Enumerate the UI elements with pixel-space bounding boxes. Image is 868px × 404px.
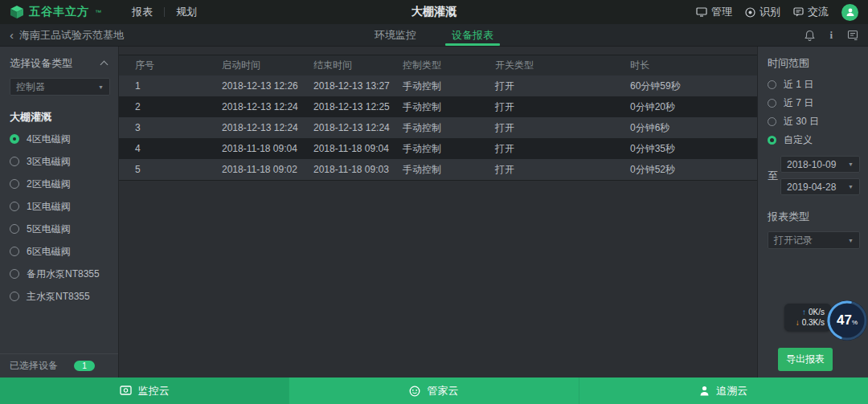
radio-icon[interactable] [10, 269, 19, 279]
upload-arrow-icon: ↑ [802, 308, 806, 316]
device-option-zone2[interactable]: 2区电磁阀 [10, 173, 110, 195]
device-option-zone6[interactable]: 6区电磁阀 [10, 240, 110, 263]
selected-count-badge: 1 [74, 361, 95, 371]
logo[interactable]: 五谷丰立方™ [10, 5, 101, 19]
recognition-button[interactable]: 识别 [745, 5, 780, 19]
cell-control-type: 手动控制 [403, 163, 495, 177]
cell-switch-type: 打开 [495, 100, 630, 114]
top-nav: 报表 规划 [121, 5, 208, 19]
device-label: 备用水泵NT8355 [27, 267, 100, 281]
radio-icon[interactable] [10, 247, 19, 256]
table-row[interactable]: 4 2018-11-18 09:04 2018-11-18 09:04 手动控制… [119, 138, 757, 159]
radio-icon[interactable] [768, 117, 776, 126]
cube-logo-icon [10, 5, 24, 19]
device-type-select[interactable]: 控制器 ▼ [10, 78, 110, 96]
bottom-tab-trace-cloud[interactable]: 追溯云 [579, 377, 868, 404]
radio-icon[interactable] [10, 292, 19, 301]
radio-icon[interactable] [10, 157, 19, 166]
date-to-select[interactable]: 2019-04-28 ▼ [780, 178, 860, 195]
cell-start-time: 2018-12-13 12:24 [222, 122, 313, 133]
page-title: 大棚灌溉 [411, 5, 457, 19]
cell-control-type: 手动控制 [403, 121, 495, 135]
device-label: 3区电磁阀 [27, 155, 71, 169]
communication-button[interactable]: 交流 [793, 5, 829, 19]
gauge-value: 47 [837, 312, 852, 329]
device-option-zone1[interactable]: 1区电磁阀 [10, 195, 110, 218]
manage-label: 管理 [711, 5, 732, 19]
cell-start-time: 2018-11-18 09:02 [222, 164, 313, 175]
logo-trademark: ™ [95, 9, 101, 16]
back-icon[interactable]: ‹ [10, 29, 14, 41]
network-speed-widget: ↑ 0K/s ↓ 0.3K/s [784, 304, 831, 331]
device-label: 主水泵NT8355 [27, 290, 90, 304]
bell-icon[interactable] [805, 30, 815, 41]
cell-start-time: 2018-12-13 12:24 [222, 101, 313, 112]
export-report-button[interactable]: 导出报表 [778, 348, 833, 371]
tab-environment-monitoring[interactable]: 环境监控 [371, 24, 420, 46]
time-option-30days[interactable]: 近 30 日 [768, 112, 860, 131]
trace-cloud-icon [699, 386, 710, 396]
time-option-7days[interactable]: 近 7 日 [768, 94, 860, 112]
radio-checked-icon[interactable] [768, 136, 776, 145]
cell-switch-type: 打开 [495, 80, 630, 93]
device-option-main-pump[interactable]: 主水泵NT8355 [10, 285, 110, 308]
breadcrumb[interactable]: ‹ 海南王品试验示范基地 [10, 28, 124, 43]
table-row[interactable]: 3 2018-12-13 12:24 2018-12-13 12:24 手动控制… [119, 117, 757, 138]
table-row[interactable]: 1 2018-12-13 12:26 2018-12-13 13:27 手动控制… [119, 75, 757, 96]
caret-down-icon: ▼ [848, 161, 854, 167]
device-option-zone4[interactable]: 4区电磁阀 [10, 128, 110, 150]
device-option-zone3[interactable]: 3区电磁阀 [10, 150, 110, 173]
cell-index: 5 [135, 164, 222, 175]
download-arrow-icon: ↓ [796, 318, 800, 327]
caret-down-icon: ▼ [98, 84, 104, 90]
logo-text: 五谷丰立方 [29, 5, 89, 19]
radio-icon[interactable] [10, 224, 19, 234]
bottom-bar: 监控云 管家云 追溯云 [0, 377, 868, 404]
time-option-custom[interactable]: 自定义 [768, 131, 860, 149]
device-option-backup-pump[interactable]: 备用水泵NT8355 [10, 263, 110, 285]
console-icon[interactable] [847, 30, 858, 40]
app-window: 五谷丰立方™ 报表 规划 大棚灌溉 管理 识别 交流 [0, 0, 868, 404]
time-option-1day[interactable]: 近 1 日 [768, 75, 860, 94]
report-type-select[interactable]: 打开记录 ▼ [768, 231, 860, 249]
radio-icon[interactable] [10, 179, 19, 189]
nav-item-reports[interactable]: 报表 [121, 5, 164, 19]
device-type-section[interactable]: 选择设备类型 [10, 56, 110, 71]
manage-button[interactable]: 管理 [696, 5, 732, 19]
col-header-control-type: 控制类型 [403, 59, 495, 72]
cell-switch-type: 打开 [495, 163, 630, 177]
bottom-tab-butler-cloud[interactable]: 管家云 [289, 377, 578, 404]
time-option-label: 近 7 日 [784, 96, 813, 110]
date-from-select[interactable]: 2018-10-09 ▼ [780, 156, 860, 173]
tab-device-report[interactable]: 设备报表 [448, 24, 497, 46]
radio-icon[interactable] [768, 99, 776, 108]
cell-control-type: 手动控制 [403, 100, 495, 114]
user-avatar[interactable] [841, 4, 858, 21]
radio-icon[interactable] [10, 202, 19, 211]
radio-icon[interactable] [768, 80, 776, 89]
bottom-tab-label: 管家云 [427, 384, 458, 398]
table-row[interactable]: 2 2018-12-13 12:24 2018-12-13 12:25 手动控制… [119, 96, 757, 117]
top-bar: 五谷丰立方™ 报表 规划 大棚灌溉 管理 识别 交流 [0, 0, 868, 24]
bottom-tab-label: 追溯云 [716, 384, 747, 398]
device-label: 4区电磁阀 [27, 133, 71, 146]
cell-duration: 0分钟35秒 [630, 142, 757, 156]
col-header-switch-type: 开关类型 [495, 59, 630, 72]
cell-index: 1 [135, 80, 222, 92]
radio-checked-icon[interactable] [10, 134, 19, 144]
sub-header-actions: i [805, 29, 858, 42]
communication-label: 交流 [808, 5, 829, 19]
table-header-row: 序号 启动时间 结束时间 控制类型 开关类型 时长 [119, 55, 757, 75]
table-row[interactable]: 5 2018-11-18 09:02 2018-11-18 09:03 手动控制… [119, 159, 757, 180]
person-icon [845, 7, 855, 17]
cell-end-time: 2018-11-18 09:04 [313, 143, 403, 154]
collapse-icon[interactable] [100, 61, 108, 69]
report-table: 序号 启动时间 结束时间 控制类型 开关类型 时长 1 2018-12-13 1… [119, 55, 757, 181]
bottom-tab-label: 监控云 [138, 384, 170, 398]
cell-end-time: 2018-12-13 12:24 [313, 122, 403, 133]
bottom-tab-monitoring-cloud[interactable]: 监控云 [0, 377, 289, 404]
nav-item-planning[interactable]: 规划 [165, 5, 208, 19]
monitor-icon [696, 7, 707, 17]
info-icon[interactable]: i [829, 29, 833, 42]
device-option-zone5[interactable]: 5区电磁阀 [10, 218, 110, 240]
